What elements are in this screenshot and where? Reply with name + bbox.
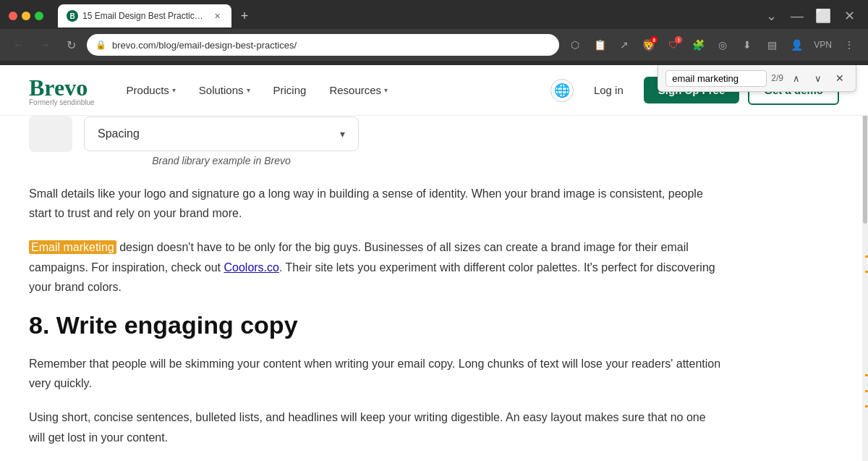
nav-item-solutions[interactable]: Solutions ▾	[190, 78, 259, 102]
window-close-button[interactable]: ✕	[839, 6, 859, 26]
window-list-button[interactable]: ⌄	[761, 6, 781, 26]
login-button[interactable]: Log in	[582, 78, 635, 102]
spacing-label: Spacing	[98, 127, 140, 140]
logo-text: Brevo	[29, 75, 95, 101]
nav-label-resources: Resources	[329, 84, 381, 96]
minimize-window-button[interactable]	[22, 12, 30, 20]
toolbar-icons: ⬡ 📋 ↗ 🦁8 🛡! 🧩 ◎ ⬇ ▤ 👤 VPN ⋮	[565, 35, 859, 55]
window-minimize-button[interactable]: —	[787, 6, 807, 26]
find-prev-button[interactable]: ∧	[788, 69, 805, 87]
find-bar: 2/9 ∧ ∨ ✕	[658, 65, 856, 92]
page-content: 2/9 ∧ ∨ ✕ Brevo Formerly sendinblue Prod…	[0, 65, 868, 461]
scrollbar-markers	[862, 65, 868, 461]
extensions-icon[interactable]: 🧩	[688, 35, 708, 55]
nav-label-solutions: Solutions	[199, 84, 244, 96]
title-bar: B 15 Email Design Best Practices | ✕ + ⌄…	[0, 0, 868, 29]
lock-icon: 🔒	[95, 40, 106, 50]
products-chevron-icon: ▾	[172, 86, 176, 94]
window-controls	[9, 12, 43, 20]
scroll-marker-2	[865, 271, 868, 273]
spacing-dropdown[interactable]: Spacing ▾	[84, 117, 359, 151]
tab-bar: B 15 Email Design Best Practices | ✕ +	[49, 3, 263, 29]
browser-chrome: B 15 Email Design Best Practices | ✕ + ⌄…	[0, 0, 868, 65]
profile-icon[interactable]: 👤	[786, 35, 807, 55]
spacing-chevron-icon: ▾	[340, 128, 345, 140]
brave-icon[interactable]: 🦁8	[639, 35, 659, 55]
back-button[interactable]: ←	[9, 35, 29, 55]
address-text: brevo.com/blog/email-design-best-practic…	[112, 40, 550, 51]
logo-sub: Formerly sendinblue	[29, 98, 95, 106]
coolors-link[interactable]: Coolors.co	[224, 261, 278, 274]
resources-chevron-icon: ▾	[384, 86, 388, 94]
maximize-window-button[interactable]	[35, 12, 43, 20]
scroll-marker-5	[865, 405, 868, 407]
find-count: 2/9	[771, 73, 783, 83]
address-bar[interactable]: 🔒 brevo.com/blog/email-design-best-pract…	[87, 34, 559, 56]
cast-icon[interactable]: ⬡	[565, 35, 585, 55]
scroll-marker-4	[865, 390, 868, 392]
vpn-icon[interactable]: 🛡!	[663, 35, 684, 55]
find-next-button[interactable]: ∨	[809, 69, 827, 87]
vpn-label[interactable]: VPN	[811, 35, 835, 55]
find-close-button[interactable]: ✕	[831, 69, 848, 87]
spacing-preview: Spacing ▾	[29, 116, 839, 152]
close-window-button[interactable]	[9, 12, 17, 20]
browser-toolbar: ← → ↻ 🔒 brevo.com/blog/email-design-best…	[0, 29, 868, 61]
window-restore-button[interactable]: ⬜	[813, 6, 833, 26]
active-tab[interactable]: B 15 Email Design Best Practices | ✕	[58, 4, 231, 28]
tab-favicon: B	[67, 10, 78, 22]
scroll-marker-3	[865, 374, 868, 376]
nav-menu: Products ▾ Solutions ▾ Pricing Resources…	[118, 78, 550, 102]
paragraph-2: Email marketing design doesn't have to b…	[29, 237, 723, 297]
scroll-marker-1	[865, 255, 868, 258]
paragraph-4: Using short, concise sentences, bulleted…	[29, 407, 723, 447]
nav-item-products[interactable]: Products ▾	[118, 78, 184, 102]
new-tab-button[interactable]: +	[234, 6, 255, 26]
nav-label-pricing: Pricing	[273, 84, 307, 96]
tab-title: 15 Email Design Best Practices |	[82, 11, 207, 21]
spacing-preview-image	[29, 116, 72, 152]
language-selector[interactable]: 🌐	[550, 79, 574, 102]
download-icon[interactable]: ⬇	[737, 35, 757, 55]
wallet-icon[interactable]: ◎	[712, 35, 733, 55]
spacing-caption: Brand library example in Brevo	[84, 155, 359, 166]
nav-item-resources[interactable]: Resources ▾	[320, 78, 396, 102]
nav-item-pricing[interactable]: Pricing	[265, 78, 315, 102]
bookmark-icon[interactable]: 📋	[590, 35, 610, 55]
refresh-button[interactable]: ↻	[61, 35, 81, 55]
forward-button[interactable]: →	[35, 35, 55, 55]
paragraph-3: Remember that people will be skimming yo…	[29, 354, 723, 393]
section-heading-8: 8. Write engaging copy	[29, 311, 839, 339]
tab-close-button[interactable]: ✕	[211, 10, 223, 22]
paragraph-1: Small details like your logo and signatu…	[29, 184, 723, 223]
find-input[interactable]	[665, 70, 767, 87]
email-marketing-highlight: Email marketing	[29, 240, 116, 254]
sidebar-icon[interactable]: ▤	[762, 35, 782, 55]
menu-button[interactable]: ⋮	[839, 35, 859, 55]
main-content: Spacing ▾ Brand library example in Brevo…	[0, 116, 868, 461]
solutions-chevron-icon: ▾	[247, 86, 250, 94]
scrollbar-track	[862, 65, 868, 461]
nav-label-products: Products	[127, 84, 169, 96]
scrollbar[interactable]	[862, 65, 868, 461]
share-icon[interactable]: ↗	[614, 35, 634, 55]
logo[interactable]: Brevo Formerly sendinblue	[29, 75, 95, 106]
